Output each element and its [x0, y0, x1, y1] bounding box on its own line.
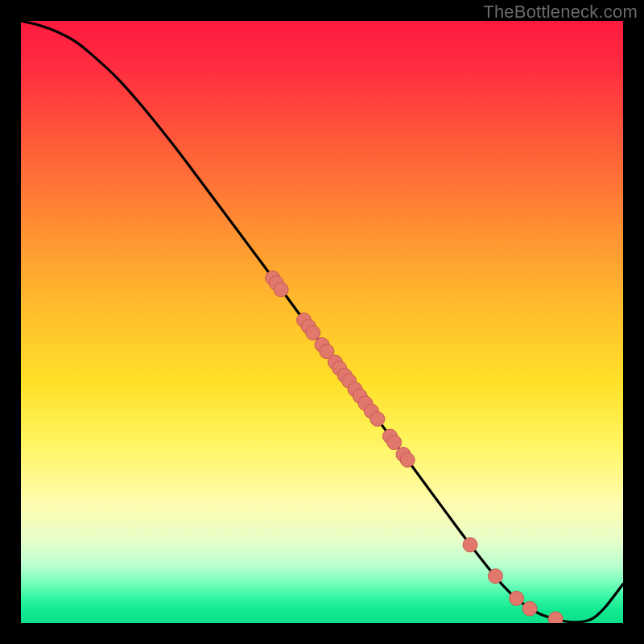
watermark-text: TheBottleneck.com	[483, 2, 638, 23]
data-dot	[463, 538, 477, 552]
data-dot	[387, 436, 402, 450]
data-dot	[522, 601, 537, 616]
chart-plot-area	[21, 21, 623, 623]
curve-line	[21, 21, 623, 622]
data-dot	[306, 325, 320, 340]
chart-frame: TheBottleneck.com	[0, 0, 644, 644]
data-dot	[274, 283, 288, 297]
data-dot	[488, 569, 502, 584]
data-dot	[548, 612, 563, 623]
data-dot	[400, 452, 415, 467]
chart-svg	[21, 21, 623, 623]
data-dot	[370, 411, 385, 426]
data-dot	[510, 591, 524, 605]
data-dots	[266, 270, 564, 623]
